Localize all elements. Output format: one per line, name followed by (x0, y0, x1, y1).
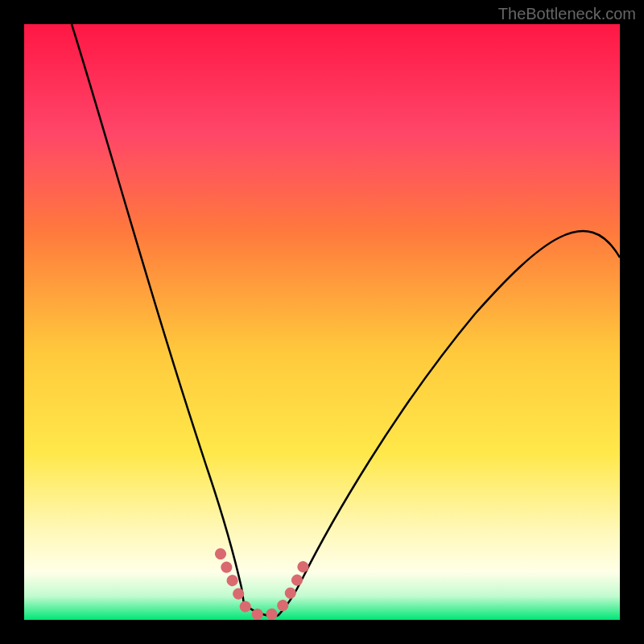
chart-svg (24, 24, 620, 620)
gradient-background (24, 24, 620, 620)
watermark-text: TheBottleneck.com (498, 5, 636, 23)
chart-container (24, 24, 620, 620)
